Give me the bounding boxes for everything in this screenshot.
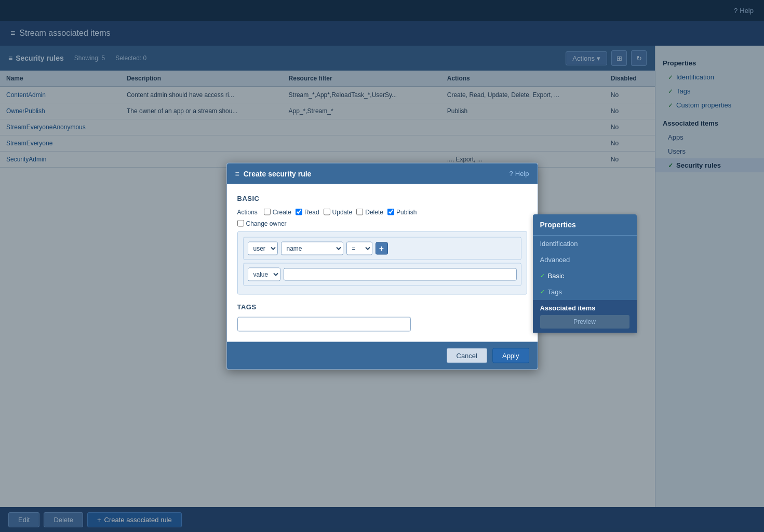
props-associated-title: Associated items [540, 304, 629, 312]
checkbox-read-label[interactable]: Read [296, 208, 319, 215]
checkbox-update-text: Update [332, 208, 353, 215]
checkbox-publish[interactable] [387, 209, 394, 215]
condition-builder: user name = + value [237, 231, 527, 294]
modal-title-text: Create security rule [244, 169, 312, 178]
actions-second-row: Change owner [237, 220, 527, 227]
value-input[interactable] [284, 268, 517, 280]
modal-help-label: Help [515, 170, 529, 178]
condition-row-1: user name = + [243, 237, 521, 260]
properties-floating-panel: Properties Identification Advanced ✓ Bas… [533, 214, 637, 333]
checkbox-change-owner-label[interactable]: Change owner [237, 220, 287, 227]
props-nav-identification[interactable]: Identification [533, 236, 637, 252]
operator-select[interactable]: = [346, 241, 372, 255]
tags-input[interactable] [237, 317, 411, 331]
check-icon: ✓ [540, 289, 545, 295]
props-nav-tags[interactable]: ✓ Tags [533, 284, 637, 300]
props-preview-button[interactable]: Preview [540, 315, 629, 329]
checkbox-delete[interactable] [356, 209, 363, 215]
props-basic-label: Basic [548, 272, 565, 280]
checkbox-update[interactable] [324, 209, 330, 215]
props-identification-label: Identification [540, 240, 578, 248]
tags-section: TAGS [237, 303, 527, 331]
checkbox-create-text: Create [273, 208, 291, 215]
props-advanced-label: Advanced [540, 256, 570, 264]
modal-body: BASIC Actions Create Read Update Delete [227, 184, 538, 342]
checkbox-read-text: Read [304, 208, 319, 215]
properties-panel-title: Properties [533, 214, 637, 236]
checkbox-read[interactable] [296, 209, 302, 215]
modal-header: ≡ Create security rule ? Help [227, 163, 538, 184]
checkbox-publish-label[interactable]: Publish [387, 208, 417, 215]
checkbox-create-label[interactable]: Create [264, 208, 291, 215]
checkbox-change-owner[interactable] [237, 220, 244, 227]
modal-cancel-button[interactable]: Cancel [447, 348, 487, 363]
create-security-rule-modal: ≡ Create security rule ? Help BASIC Acti… [226, 162, 538, 370]
checkbox-create[interactable] [264, 209, 271, 215]
actions-label: Actions [237, 208, 258, 215]
checkbox-delete-label[interactable]: Delete [356, 208, 383, 215]
actions-checkboxes-row: Actions Create Read Update Delete Publis… [237, 208, 527, 215]
checkbox-change-owner-text: Change owner [246, 220, 287, 227]
checkbox-publish-text: Publish [396, 208, 417, 215]
check-icon: ✓ [540, 272, 545, 279]
subject-select[interactable]: user [248, 241, 278, 255]
checkbox-delete-text: Delete [365, 208, 383, 215]
add-condition-button[interactable]: + [376, 242, 388, 254]
modal-help-icon: ? [510, 170, 513, 178]
basic-section-title: BASIC [237, 194, 527, 202]
props-nav-basic[interactable]: ✓ Basic [533, 268, 637, 284]
tags-section-title: TAGS [237, 303, 527, 310]
props-nav-advanced[interactable]: Advanced [533, 252, 637, 268]
modal-footer: Cancel Apply [227, 342, 538, 369]
props-tags-label: Tags [548, 288, 562, 296]
modal-title-icon: ≡ [235, 169, 239, 178]
modal-apply-button[interactable]: Apply [492, 348, 529, 363]
checkbox-update-label[interactable]: Update [324, 208, 353, 215]
condition-row-2: value [243, 263, 521, 285]
modal-title: ≡ Create security rule [235, 169, 312, 178]
modal-help-button[interactable]: ? Help [510, 170, 529, 178]
props-associated-section: Associated items Preview [533, 300, 637, 333]
value-type-select[interactable]: value [248, 267, 280, 281]
property-select[interactable]: name [281, 241, 343, 255]
